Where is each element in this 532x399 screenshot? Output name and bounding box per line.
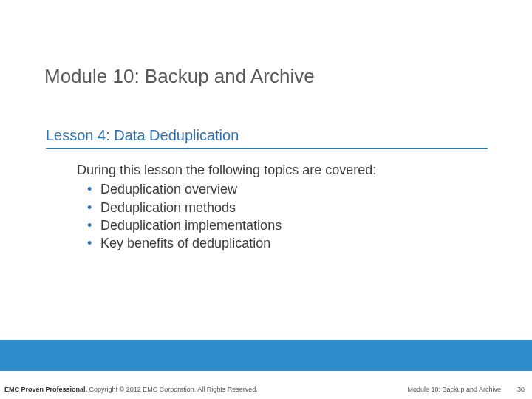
list-item: Deduplication methods: [77, 199, 376, 216]
topic-list: Deduplication overview Deduplication met…: [77, 180, 376, 252]
footer-page-number: 30: [517, 386, 525, 393]
footer: EMC Proven Professional. Copyright © 201…: [0, 380, 532, 399]
slide: Module 10: Backup and Archive Lesson 4: …: [0, 0, 532, 399]
footer-rights: Copyright © 2012 EMC Corporation. All Ri…: [87, 386, 258, 393]
list-item: Key benefits of deduplication: [77, 234, 376, 252]
intro-text: During this lesson the following topics …: [77, 161, 376, 179]
list-item: Deduplication overview: [77, 180, 376, 198]
lesson-title: Lesson 4: Data Deduplication: [46, 127, 239, 147]
footer-bar: [0, 340, 532, 371]
footer-copyright: EMC Proven Professional. Copyright © 201…: [4, 386, 258, 393]
lesson-underline: [46, 148, 488, 149]
footer-brand: EMC Proven Professional.: [4, 386, 87, 393]
footer-module: Module 10: Backup and Archive: [407, 386, 501, 393]
module-title: Module 10: Backup and Archive: [44, 65, 315, 88]
list-item: Deduplication implementations: [77, 216, 376, 234]
lesson-body: During this lesson the following topics …: [77, 161, 376, 252]
